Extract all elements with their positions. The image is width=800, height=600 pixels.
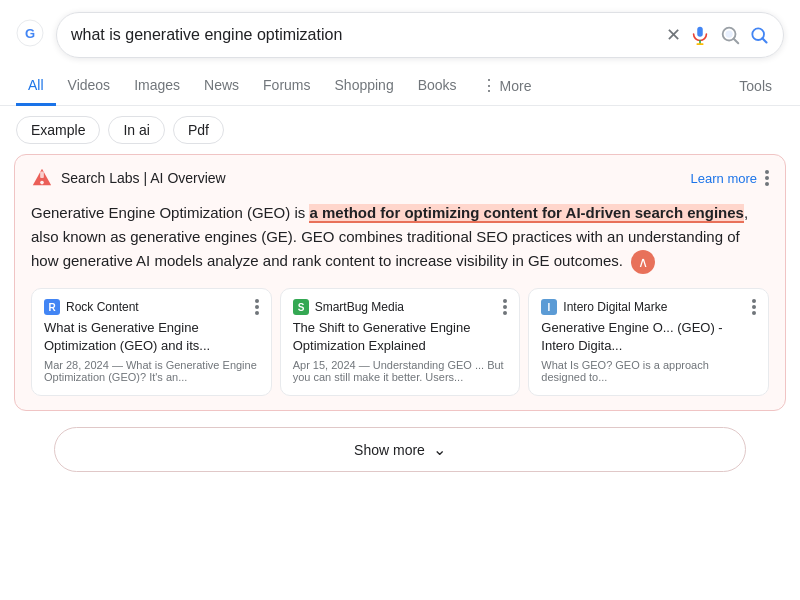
mic-icon[interactable]: [689, 24, 711, 46]
ai-highlighted-text: a method for optimizing content for AI-d…: [309, 204, 744, 223]
tab-books[interactable]: Books: [406, 67, 469, 106]
nav-tabs: All Videos Images News Forums Shopping B…: [0, 66, 800, 106]
source-name-1: SmartBug Media: [315, 300, 498, 314]
source-date-1: Apr 15, 2024 — Understanding GEO ... But…: [293, 359, 508, 383]
svg-text:G: G: [25, 26, 35, 41]
source-card-1: S SmartBug Media The Shift to Generative…: [280, 288, 521, 396]
filter-chips: Example In ai Pdf: [0, 106, 800, 154]
svg-point-6: [725, 30, 732, 37]
search-submit-icon[interactable]: [749, 25, 769, 45]
ai-learn-more-link[interactable]: Learn more: [691, 171, 757, 186]
google-logo: G: [16, 19, 44, 51]
source-menu-1[interactable]: [503, 299, 507, 315]
tab-shopping[interactable]: Shopping: [323, 67, 406, 106]
svg-text:S: S: [297, 302, 304, 313]
search-box[interactable]: what is generative engine optimization ✕: [56, 12, 784, 58]
ai-overview-header: Search Labs | AI Overview Learn more: [15, 155, 785, 201]
ai-overview-body: Generative Engine Optimization (GEO) is …: [15, 201, 785, 274]
source-name-2: Intero Digital Marke: [563, 300, 746, 314]
svg-rect-11: [40, 172, 44, 178]
chip-inai[interactable]: In ai: [108, 116, 164, 144]
svg-text:I: I: [548, 302, 551, 313]
source-card-2: I Intero Digital Marke Generative Engine…: [528, 288, 769, 396]
search-query: what is generative engine optimization: [71, 24, 658, 46]
top-bar: G what is generative engine optimization…: [0, 0, 800, 66]
chip-example[interactable]: Example: [16, 116, 100, 144]
chip-pdf[interactable]: Pdf: [173, 116, 224, 144]
source-menu-0[interactable]: [255, 299, 259, 315]
svg-line-9: [762, 38, 766, 42]
tab-forums[interactable]: Forums: [251, 67, 322, 106]
source-title-1[interactable]: The Shift to Generative Engine Optimizat…: [293, 319, 508, 355]
source-title-0[interactable]: What is Generative Engine Optimization (…: [44, 319, 259, 355]
svg-line-7: [734, 39, 739, 44]
source-menu-2[interactable]: [752, 299, 756, 315]
source-card-0: R Rock Content What is Generative Engine…: [31, 288, 272, 396]
search-labs-icon: [31, 167, 53, 189]
chevron-down-icon: ⌄: [433, 440, 446, 459]
source-icon-2: I: [541, 299, 557, 315]
tab-videos[interactable]: Videos: [56, 67, 123, 106]
svg-rect-2: [697, 27, 703, 37]
ai-collapse-button[interactable]: ∧: [631, 250, 655, 274]
source-icon-1: S: [293, 299, 309, 315]
show-more-button[interactable]: Show more ⌄: [54, 427, 745, 472]
source-date-2: What Is GEO? GEO is a approach designed …: [541, 359, 756, 383]
clear-icon[interactable]: ✕: [666, 24, 681, 46]
source-name-0: Rock Content: [66, 300, 249, 314]
source-date-0: Mar 28, 2024 — What is Generative Engine…: [44, 359, 259, 383]
ai-menu-icon[interactable]: [765, 170, 769, 186]
tab-tools[interactable]: Tools: [727, 68, 784, 104]
svg-text:R: R: [48, 302, 56, 313]
ai-overview-panel: Search Labs | AI Overview Learn more Gen…: [14, 154, 786, 411]
svg-point-12: [40, 181, 44, 185]
tab-news[interactable]: News: [192, 67, 251, 106]
lens-icon[interactable]: [719, 24, 741, 46]
source-icon-0: R: [44, 299, 60, 315]
tab-more[interactable]: ⋮ More: [469, 66, 544, 105]
show-more-container: Show more ⌄: [0, 411, 800, 488]
tab-images[interactable]: Images: [122, 67, 192, 106]
source-cards: R Rock Content What is Generative Engine…: [15, 274, 785, 396]
source-title-2[interactable]: Generative Engine O... (GEO) - Intero Di…: [541, 319, 756, 355]
tab-all[interactable]: All: [16, 67, 56, 106]
ai-title: Search Labs | AI Overview: [61, 170, 226, 186]
